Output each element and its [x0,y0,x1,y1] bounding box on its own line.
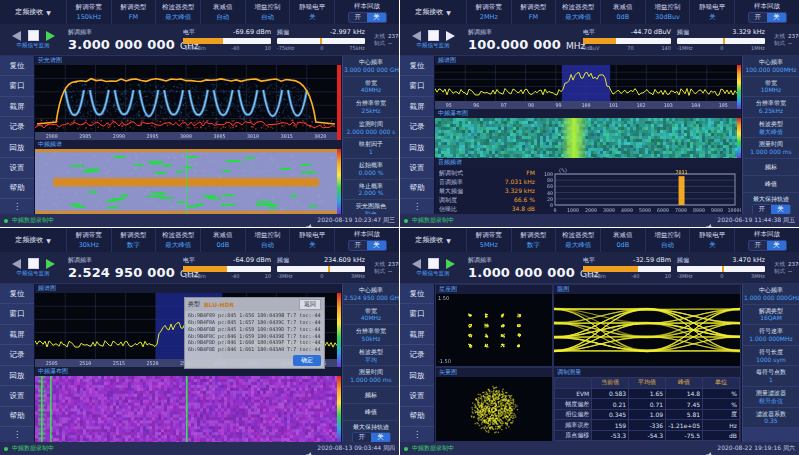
demod-frequency-value[interactable]: 3.000 000 000 [68,37,175,52]
param-3[interactable]: 检波类型平均 [343,346,399,367]
demod-frequency-value[interactable]: 1.000 000 000 [468,265,575,280]
menu-item-1[interactable]: 解调类型数字 [511,228,556,252]
param-button-6[interactable]: 峰值 [743,176,799,193]
menu-item-2[interactable]: 检波器类型最大峰值 [555,0,600,24]
param-3[interactable]: 监测时间2.000 000 000 s [343,118,399,139]
mode-selector[interactable]: 定频接收▼ [400,228,466,252]
audio-spectrum-canvas[interactable] [539,167,741,214]
waterfall-canvas[interactable] [435,118,737,158]
param-6[interactable]: 终止概率2.000 % [343,180,399,201]
toggle-on-option[interactable]: 开 [749,241,768,250]
param-5[interactable]: 测量滤波器根升余弦 [743,387,799,408]
menu-item-5[interactable]: 静噪电平关 [289,228,334,252]
more-options-icon[interactable]: ⋮ [0,427,34,442]
play-icon[interactable] [46,31,55,41]
play-icon[interactable] [46,259,55,269]
param-2[interactable]: 分辨率带宽50kHz [343,325,399,346]
param-2[interactable]: 符号速率1.000 000MHz [743,325,799,346]
if-spectrum-canvas[interactable] [35,149,337,214]
sidebar-item-0[interactable]: 复位 [400,56,434,76]
menu-item-4[interactable]: 增益控制自动 [245,0,290,24]
menu-item-4[interactable]: 增益控制自动 [245,228,290,252]
menu-item-3[interactable]: 衰减值0dB [600,228,645,252]
sample-playback-toggle[interactable]: 开关 [748,12,787,23]
param-1[interactable]: 带宽10MHz [743,77,799,98]
previous-icon[interactable] [412,31,421,41]
sidebar-item-1[interactable]: 窗口 [0,76,34,96]
param-4[interactable]: 映射因子1 [343,138,399,159]
stop-icon[interactable] [28,258,39,269]
more-options-icon[interactable]: ⋮ [400,427,434,442]
param-2[interactable]: 分辨率带宽25kHz [343,97,399,118]
sidebar-item-4[interactable]: 回放 [400,366,434,386]
sidebar-item-2[interactable]: 截屏 [400,325,434,345]
param-3[interactable]: 检波类型最大峰值 [743,118,799,139]
demod-frequency-value[interactable]: 2.524 950 000 [68,265,175,280]
menu-item-4[interactable]: 增益控制30dBuv [645,0,690,24]
sidebar-item-4[interactable]: 回放 [0,366,34,386]
param-button-5[interactable]: 频标 [743,159,799,176]
toggle-off-option[interactable]: 关 [367,13,386,22]
sidebar-item-5[interactable]: 设置 [0,158,34,178]
spectrum-canvas[interactable] [435,65,737,109]
param-5[interactable]: 起始概率0.000 % [343,159,399,180]
mode-selector[interactable]: 定频接收▼ [0,228,66,252]
menu-item-1[interactable]: 解调类型FM [111,0,156,24]
sample-playback-toggle[interactable]: 开关 [348,12,387,23]
sidebar-item-6[interactable]: 帮助 [0,407,34,427]
menu-item-0[interactable]: 解调带宽30kHz [66,228,111,252]
more-options-icon[interactable]: ⋮ [400,199,434,214]
waterfall-canvas[interactable] [35,376,337,443]
param-4[interactable]: 每符号点数1 [743,366,799,387]
back-button[interactable]: 返回 [299,299,321,310]
param-1[interactable]: 带宽40MHz [343,77,399,98]
toggle-off-option[interactable]: 关 [771,205,790,214]
param-0[interactable]: 中心频率2.524 950 000 GHz [343,284,399,305]
param-toggle-switch[interactable]: 开关 [752,204,791,214]
param-0[interactable]: 中心频率3.000 000 000 GHz [343,56,399,77]
menu-item-5[interactable]: 静噪电平关 [289,0,334,24]
mode-selector[interactable]: 定频接收▼ [0,0,66,24]
menu-item-3[interactable]: 衰减值自动 [200,0,245,24]
previous-icon[interactable] [12,259,21,269]
sidebar-item-4[interactable]: 回放 [400,138,434,158]
param-1[interactable]: 解调类型16QAM [743,305,799,326]
param-toggle-switch[interactable]: 开关 [352,432,391,442]
constellation-canvas[interactable] [436,294,552,366]
toggle-on-option[interactable]: 开 [349,13,368,22]
sidebar-item-0[interactable]: 复位 [0,284,34,304]
sample-playback-toggle[interactable]: 开关 [748,240,787,251]
sidebar-item-3[interactable]: 记录 [400,117,434,137]
menu-item-3[interactable]: 衰减值0dB [600,0,645,24]
stop-icon[interactable] [428,258,439,269]
eye-diagram-canvas[interactable] [554,294,740,366]
sidebar-item-0[interactable]: 复位 [0,56,34,76]
param-2[interactable]: 分辨率带宽6.25kHz [743,97,799,118]
demod-frequency-value[interactable]: 100.000 000 [468,37,561,52]
param-4[interactable]: 测量时间1.000 000 ms [343,366,399,387]
menu-item-2[interactable]: 检波器类型最大峰值 [155,228,200,252]
play-icon[interactable] [446,259,455,269]
param-0[interactable]: 中心频率100.000 000MHz [743,56,799,77]
sidebar-item-6[interactable]: 帮助 [400,407,434,427]
sidebar-item-4[interactable]: 回放 [0,138,34,158]
previous-icon[interactable] [12,31,21,41]
sidebar-item-1[interactable]: 窗口 [400,304,434,324]
sidebar-item-5[interactable]: 设置 [400,386,434,406]
menu-item-5[interactable]: 静噪电平关 [689,0,734,24]
sidebar-item-1[interactable]: 窗口 [0,304,34,324]
sidebar-item-2[interactable]: 截屏 [0,325,34,345]
ok-button[interactable]: 确定 [293,355,321,366]
menu-item-2[interactable]: 检波器类型最大峰值 [155,0,200,24]
speaker-icon[interactable] [706,445,714,453]
mode-selector[interactable]: 定频接收▼ [400,0,466,24]
menu-item-1[interactable]: 解调类型FM [511,0,556,24]
menu-item-5[interactable]: 静噪电平关 [689,228,734,252]
toggle-on-option[interactable]: 开 [753,205,772,214]
menu-item-3[interactable]: 衰减值0dB [200,228,245,252]
param-4[interactable]: 测量时间1.000 000 ms [743,138,799,159]
more-options-icon[interactable]: ⋮ [0,199,34,214]
param-button-6[interactable]: 峰值 [343,404,399,421]
speaker-icon[interactable] [706,217,714,225]
stop-icon[interactable] [428,30,439,41]
